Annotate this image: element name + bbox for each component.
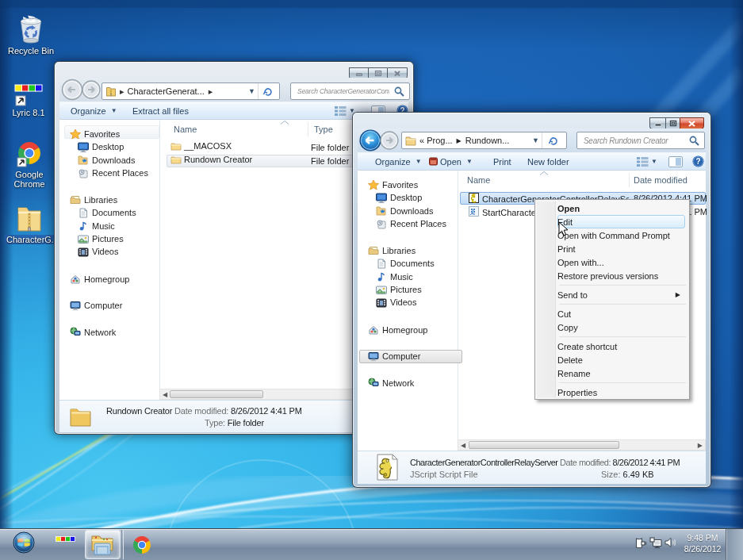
svg-text:?: ? [695, 157, 700, 166]
